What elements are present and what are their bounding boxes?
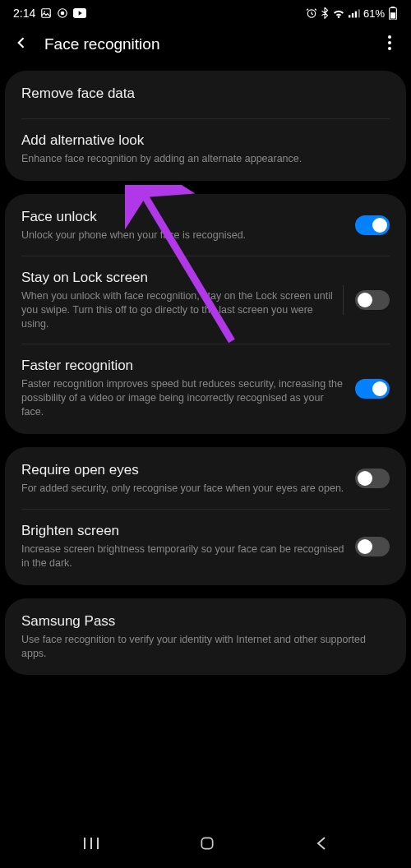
svg-rect-12	[390, 12, 395, 18]
svg-point-1	[44, 11, 46, 12]
row-desc: Faster recognition improves speed but re…	[21, 377, 345, 419]
svg-rect-6	[349, 15, 350, 17]
face-unlock-row[interactable]: Face unlock Unlock your phone when your …	[5, 196, 406, 256]
svg-point-14	[388, 41, 391, 44]
row-desc: Use face recognition to verify your iden…	[21, 633, 390, 661]
recents-button[interactable]	[83, 836, 99, 854]
svg-rect-20	[201, 838, 212, 848]
header: Face recognition	[0, 23, 411, 71]
row-title: Add alternative look	[21, 132, 390, 149]
status-time: 2:14	[13, 7, 35, 20]
back-button[interactable]	[315, 836, 328, 854]
row-desc: Enhance face recognition by adding an al…	[21, 152, 390, 166]
image-icon	[40, 7, 52, 19]
section-samsung-pass: Samsung Pass Use face recognition to ver…	[5, 598, 406, 676]
back-icon[interactable]	[13, 35, 30, 54]
faster-recognition-toggle[interactable]	[355, 379, 390, 399]
svg-rect-0	[42, 9, 51, 18]
row-desc: For added security, only recognise your …	[21, 482, 345, 496]
face-unlock-toggle[interactable]	[355, 215, 390, 235]
require-open-eyes-row[interactable]: Require open eyes For added security, on…	[5, 449, 406, 509]
row-desc: When you unlock with face recognition, s…	[21, 289, 333, 331]
row-title: Faster recognition	[21, 358, 345, 374]
require-open-eyes-toggle[interactable]	[355, 469, 390, 488]
row-title: Stay on Lock screen	[21, 270, 333, 286]
section-face-data: Remove face data Add alternative look En…	[5, 71, 406, 181]
stay-on-lock-row[interactable]: Stay on Lock screen When you unlock with…	[5, 256, 406, 344]
faster-recognition-row[interactable]: Faster recognition Faster recognition im…	[5, 344, 406, 432]
row-title: Brighten screen	[21, 523, 345, 539]
page-title: Face recognition	[44, 35, 367, 53]
svg-rect-8	[355, 12, 357, 18]
row-title: Face unlock	[21, 209, 345, 225]
row-title: Require open eyes	[21, 462, 345, 478]
stay-on-lock-toggle[interactable]	[355, 290, 390, 310]
nav-bar	[0, 822, 411, 868]
row-title: Samsung Pass	[21, 613, 390, 630]
battery-percentage: 61%	[363, 7, 385, 20]
svg-point-3	[62, 12, 65, 15]
wifi-icon	[332, 8, 345, 18]
brighten-screen-row[interactable]: Brighten screen Increase screen brightne…	[5, 510, 406, 584]
battery-icon	[388, 7, 398, 20]
toggle-divider	[343, 285, 344, 315]
svg-rect-7	[352, 13, 353, 17]
svg-point-13	[388, 35, 391, 39]
brighten-screen-toggle[interactable]	[355, 537, 390, 556]
svg-rect-9	[358, 9, 360, 17]
home-button[interactable]	[199, 835, 215, 855]
youtube-icon	[73, 8, 86, 18]
add-alternative-look-row[interactable]: Add alternative look Enhance face recogn…	[5, 119, 406, 179]
circle-icon	[57, 7, 68, 19]
status-right: 61%	[306, 7, 398, 20]
row-title: Remove face data	[21, 85, 390, 102]
status-left: 2:14	[13, 7, 86, 20]
row-desc: Increase screen brightness temporarily s…	[21, 542, 345, 570]
bluetooth-icon	[321, 7, 329, 19]
svg-point-15	[388, 47, 391, 50]
status-bar: 2:14 61%	[0, 0, 411, 23]
section-unlock: Face unlock Unlock your phone when your …	[5, 194, 406, 434]
remove-face-data-row[interactable]: Remove face data	[5, 72, 406, 118]
alarm-icon	[306, 7, 317, 19]
samsung-pass-row[interactable]: Samsung Pass Use face recognition to ver…	[5, 600, 406, 674]
section-options: Require open eyes For added security, on…	[5, 447, 406, 585]
signal-icon	[349, 8, 360, 18]
row-desc: Unlock your phone when your face is reco…	[21, 229, 345, 242]
more-icon[interactable]	[381, 35, 398, 53]
